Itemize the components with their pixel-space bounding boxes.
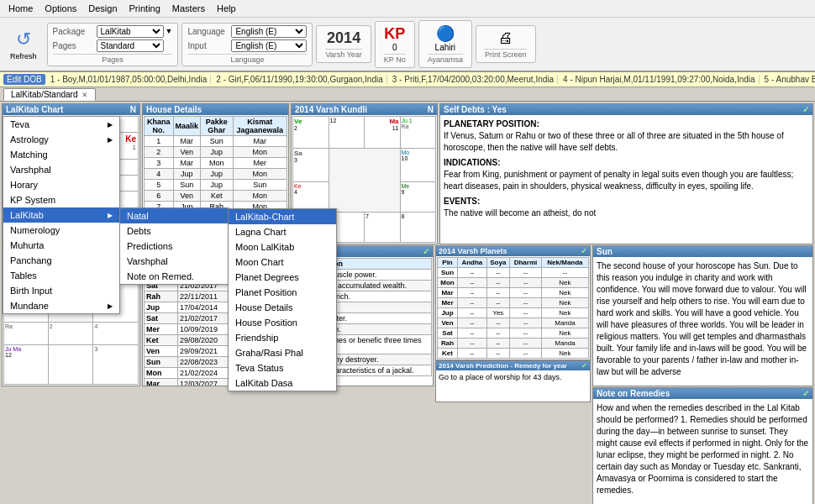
varsh-planet-row: Ven -- -- -- Manda [438, 318, 589, 328]
submenu-house-details[interactable]: House Details [229, 300, 336, 315]
refresh-button[interactable]: ↺ Refresh [3, 25, 44, 64]
submenu-note-remed[interactable]: Note on Remed. [120, 269, 228, 284]
vp-col-soya: Soya [486, 258, 509, 268]
vk-1-1: Ve 2 [293, 117, 329, 149]
dob-entry-4[interactable]: 4 - Nipun Harjai,M,01/11/1991,09:27:00,N… [560, 75, 759, 84]
self-debts-check: ✓ [802, 105, 809, 114]
menu-astrology[interactable]: Astrology▶ [3, 132, 119, 147]
house-details-title: House Details [146, 105, 202, 114]
menu-mundane[interactable]: Mundane▶ [3, 298, 119, 313]
submenu-varshphal[interactable]: Varshphal [120, 254, 228, 269]
ribbon: ↺ Refresh Package LalKitab ▼ Pages Stand… [0, 18, 815, 72]
ayanamsa-value: Lahiri [435, 43, 455, 52]
tab-close-icon[interactable]: ✕ [82, 91, 88, 99]
submenu-predictions[interactable]: Predictions [120, 239, 228, 254]
lc-4-3: 3 [93, 345, 139, 385]
house-table-row: 5 Sun Jup Sun [145, 180, 287, 191]
menu-help[interactable]: Help [212, 2, 241, 15]
varsh-pred-header: 2014 Varsh Prediction - Remedy for year … [436, 361, 590, 370]
tab-bar: LalKitab/Standard ✕ [0, 87, 815, 102]
menu-kp-system[interactable]: KP System [3, 192, 119, 207]
submenu-planet-position[interactable]: Planet Position [229, 285, 336, 300]
language-dropdown[interactable]: English (E) [231, 25, 307, 38]
indications-text: Fear from King, punishment or payment of… [444, 169, 809, 192]
pages-dropdown[interactable]: Standard [97, 39, 164, 52]
lc-4-1: Ju Ma 12 [4, 345, 49, 385]
dob-bar: Edit DOB 1 - Boy,M,01/01/1987,05:00:00,D… [0, 72, 815, 87]
menu-panchang[interactable]: Panchang [3, 253, 119, 268]
submenu-friendship[interactable]: Friendship [229, 330, 336, 345]
menu-matching[interactable]: Matching [3, 147, 119, 162]
varsh-planet-row: Ket -- -- -- Nek [438, 349, 589, 359]
self-debts-panel: Self Debts : Yes ✓ PLANETARY POSITION: I… [439, 103, 813, 244]
design-dropdown-menu: Teva▶ Astrology▶ Matching Varshphal Hora… [3, 116, 120, 314]
kp-icon: KP [384, 25, 405, 43]
submenu-lagna-chart[interactable]: Lagna Chart [229, 224, 336, 239]
varsh-planet-row: Mer -- -- -- Nek [438, 298, 589, 308]
col-kismat: Kismat Jagaanewala [233, 117, 287, 136]
menu-varshphal[interactable]: Varshphal [3, 162, 119, 177]
dob-entry-1[interactable]: 1 - Boy,M,01/01/1987,05:00:00,Delhi,Indi… [47, 75, 212, 84]
package-label: Package [53, 27, 95, 36]
sun-header: Sun [593, 246, 812, 257]
submenu-lalkitab-chart[interactable]: LalKitab-Chart [229, 209, 336, 224]
ayanamsa-label: Ayanamsa [428, 54, 463, 64]
tab-lalkitab-standard[interactable]: LalKitab/Standard ✕ [3, 88, 96, 101]
events-text: The native will become an atheist, do no… [444, 207, 809, 219]
submenu-moon-lalkitab[interactable]: Moon LalKitab [229, 239, 336, 255]
lc-3-3: 4 [93, 322, 139, 344]
pages-label: Pages [53, 41, 95, 50]
menu-birth-input[interactable]: Birth Input [3, 283, 119, 298]
dropdown-arrow-icon: ▼ [166, 27, 173, 35]
vk-4-3: 7 [365, 212, 401, 242]
house-details-header: House Details [143, 104, 288, 115]
note-remedies-header: Note on Remedies ✓ [593, 388, 812, 399]
input-row: Input English (E) [187, 39, 307, 52]
dob-entry-3[interactable]: 3 - Priti,F,17/04/2000,03:20:00,Meerut,I… [389, 75, 558, 84]
menu-muhurta[interactable]: Muhurta [3, 238, 119, 253]
menu-teva[interactable]: Teva▶ [3, 117, 119, 132]
menu-options[interactable]: Options [39, 2, 82, 15]
varsh-planets-title: 2014 Varsh Planets [439, 247, 507, 255]
submenu-lalkitab-dasa[interactable]: LalKitab Dasa [229, 375, 336, 391]
note-remedies-panel: Note on Remedies ✓ How and when the reme… [592, 387, 813, 504]
sun-content: The second house of your horoscope has S… [593, 257, 812, 386]
planet-ke: Ke [125, 134, 136, 144]
submenu-graha-rasi-phal[interactable]: Graha/Rasi Phal [229, 345, 336, 360]
menu-bar: Home Options Design Printing Masters Hel… [0, 0, 815, 18]
submenu-teva-status[interactable]: Teva Status [229, 360, 336, 375]
dob-entry-5[interactable]: 5 - Anubhav Bansal,M,16/08/1984,14:43:00… [761, 75, 815, 84]
landscape-icon: 🖨 [498, 29, 513, 47]
vk-ma: Ma [389, 118, 398, 125]
landscape-button[interactable]: 🖨 Print Screen [476, 25, 536, 63]
varsh-kundli-header: 2014 Varsh Kundli N [292, 104, 437, 115]
submenu-moon-chart[interactable]: Moon Chart [229, 255, 336, 270]
varsh-planet-row: Sat -- -- -- Nek [438, 328, 589, 339]
menu-design[interactable]: Design [83, 2, 122, 15]
col-khana: Khana No. [145, 117, 174, 136]
menu-home[interactable]: Home [3, 2, 38, 15]
menu-numerology[interactable]: Numerology [3, 223, 119, 238]
menu-tables[interactable]: Tables [3, 268, 119, 283]
menu-horary[interactable]: Horary [3, 177, 119, 192]
house-table-row: 6 Ven Ket Mon [145, 191, 287, 202]
menu-masters[interactable]: Masters [167, 2, 210, 15]
note-remedies-title: Note on Remedies [597, 389, 670, 398]
dob-entry-2[interactable]: 2 - Girl,F,06/11/1990,19:30:00,Gurgaon,I… [213, 75, 386, 84]
menu-printing[interactable]: Printing [124, 2, 166, 15]
vk-ve: Ve [294, 118, 302, 125]
submenu-natal[interactable]: Natal LalKitab-Chart Lagna Chart Moon La… [120, 208, 228, 223]
package-dropdown[interactable]: LalKitab [97, 25, 164, 38]
self-debts-content: PLANETARY POSITION: If Venus, Saturn or … [440, 115, 812, 244]
house-table-row: 3 Mar Mon Mer [145, 158, 287, 169]
input-dropdown[interactable]: English (E) [231, 39, 307, 52]
self-debts-header: Self Debts : Yes ✓ [440, 104, 812, 115]
right-panels-col: Sun The second house of your horoscope h… [592, 245, 813, 386]
submenu-debts[interactable]: Debts [120, 223, 228, 239]
submenu-house-position[interactable]: House Position [229, 315, 336, 330]
edit-dob-button[interactable]: Edit DOB [3, 74, 45, 85]
menu-lalkitab[interactable]: LalKitab▶ Natal LalKitab-Chart Lagna Cha… [3, 207, 119, 223]
kp-no-value: 0 [392, 43, 397, 52]
sun-title: Sun [597, 247, 613, 256]
submenu-planet-degrees[interactable]: Planet Degrees [229, 270, 336, 285]
